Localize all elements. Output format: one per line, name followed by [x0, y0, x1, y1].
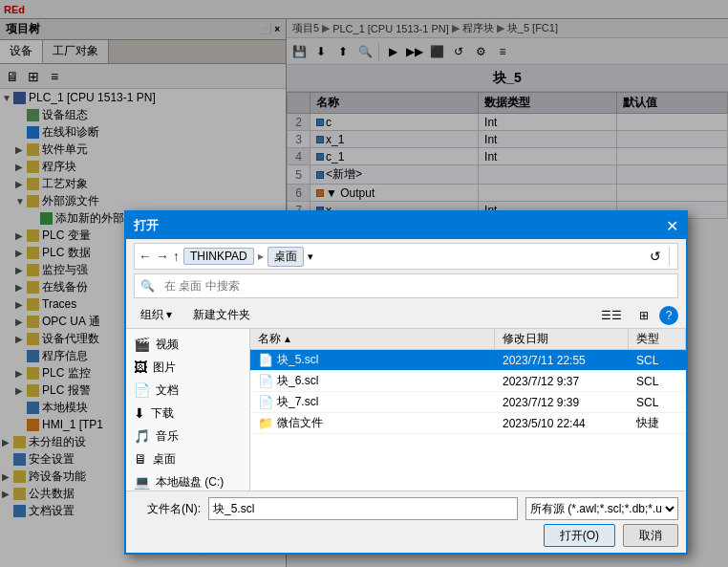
dialog-title: 打开 [134, 217, 159, 234]
file-list-body: 📄块_5.scl2023/7/11 22:55SCL📄块_6.scl2023/7… [250, 350, 686, 434]
col-filedate-header[interactable]: 修改日期 [495, 329, 629, 349]
search-input[interactable] [161, 279, 677, 293]
open-file-dialog: 打开 ✕ ← → ↑ THINKPAD ▸ 桌面 ▾ ↺ 🔍 组织 ▾ 新建文件… [124, 210, 688, 555]
folder-icon: 📁 [258, 416, 273, 430]
filename-input[interactable] [208, 497, 518, 520]
file-list-header: 名称 ▲ 修改日期 类型 [250, 329, 686, 350]
sidebar-item-视频[interactable]: 🎬视频 [126, 333, 249, 356]
filename-label: 文件名(N): [134, 501, 201, 517]
图片-icon: 🖼 [134, 360, 147, 375]
下载-icon: ⬇ [134, 405, 145, 421]
sidebar-item-下载[interactable]: ⬇下载 [126, 402, 249, 425]
file-date: 2023/5/10 22:44 [495, 417, 629, 430]
file-name: 块_5.scl [277, 352, 318, 368]
view-icon-btn[interactable]: ⊞ [632, 306, 655, 325]
桌面-icon: 🖥 [134, 451, 147, 467]
sidebar-item-图片[interactable]: 🖼图片 [126, 356, 249, 379]
sidebar-item-label: 音乐 [156, 428, 179, 445]
sidebar-item-本地磁盘 (C:)[interactable]: 💻本地磁盘 (C:) [126, 470, 249, 491]
sidebar-item-label: 文档 [156, 382, 179, 399]
file-name: 块_7.scl [277, 394, 318, 410]
file-name: 微信文件 [277, 415, 323, 431]
nav-forward-button[interactable]: → [156, 249, 169, 264]
file-type: SCL [629, 375, 686, 388]
视频-icon: 🎬 [134, 337, 150, 352]
col-filename-header[interactable]: 名称 ▲ [250, 329, 495, 349]
new-folder-button[interactable]: 新建文件夹 [186, 304, 257, 326]
dialog-content: 🎬视频🖼图片📄文档⬇下载🎵音乐🖥桌面💻本地磁盘 (C:) 名称 ▲ 修改日期 类… [126, 329, 686, 491]
addr-thinkpad[interactable]: THINKPAD [183, 248, 254, 265]
view-list-btn[interactable]: ☰☰ [594, 306, 629, 325]
open-button[interactable]: 打开(O) [544, 524, 615, 547]
dialog-search-bar[interactable]: 🔍 [134, 273, 678, 298]
sidebar-item-label: 本地磁盘 (C:) [156, 474, 224, 491]
dialog-title-bar: 打开 ✕ [126, 212, 686, 239]
addr-dropdown-btn[interactable]: ▾ [308, 251, 313, 263]
file-date: 2023/7/12 9:39 [495, 396, 629, 409]
addr-desktop[interactable]: 桌面 [268, 247, 304, 267]
file-name: 块_6.scl [277, 373, 318, 389]
sidebar-item-文档[interactable]: 📄文档 [126, 379, 249, 402]
file-row[interactable]: 📄块_6.scl2023/7/12 9:37SCL [250, 371, 686, 392]
音乐-icon: 🎵 [134, 428, 150, 444]
file-date: 2023/7/11 22:55 [495, 354, 629, 367]
sidebar-item-音乐[interactable]: 🎵音乐 [126, 425, 249, 447]
dialog-file-toolbar: 组织 ▾ 新建文件夹 ☰☰ ⊞ ? [126, 302, 686, 329]
sidebar-item-label: 图片 [153, 360, 176, 376]
search-label: 🔍 [135, 279, 161, 293]
file-date: 2023/7/12 9:37 [495, 375, 629, 388]
filetype-dropdown[interactable]: 所有源 (*.awl;*.scl;*.db;*.udt) [525, 497, 678, 520]
dialog-buttons: 打开(O) 取消 [134, 524, 678, 547]
dialog-file-area: 名称 ▲ 修改日期 类型 📄块_5.scl2023/7/11 22:55SCL📄… [250, 329, 686, 491]
文档-icon: 📄 [134, 382, 150, 398]
scl-icon: 📄 [258, 395, 273, 409]
file-row[interactable]: 📁微信文件2023/5/10 22:44快捷 [250, 413, 686, 434]
nav-up-button[interactable]: ↑ [173, 249, 180, 264]
file-row[interactable]: 📄块_5.scl2023/7/11 22:55SCL [250, 350, 686, 371]
file-type: 快捷 [629, 415, 686, 431]
dialog-sidebar: 🎬视频🖼图片📄文档⬇下载🎵音乐🖥桌面💻本地磁盘 (C:) [126, 329, 250, 491]
本地磁盘 (C:)-icon: 💻 [134, 474, 150, 490]
nav-back-button[interactable]: ← [139, 249, 152, 264]
dialog-address-bar[interactable]: ← → ↑ THINKPAD ▸ 桌面 ▾ ↺ [134, 243, 678, 270]
sidebar-item-label: 视频 [156, 337, 179, 353]
cancel-button[interactable]: 取消 [623, 524, 678, 547]
file-row[interactable]: 📄块_7.scl2023/7/12 9:39SCL [250, 392, 686, 413]
help-button[interactable]: ? [659, 306, 678, 325]
organize-button[interactable]: 组织 ▾ [134, 304, 179, 326]
sidebar-item-桌面[interactable]: 🖥桌面 [126, 447, 249, 470]
filename-row: 文件名(N): 所有源 (*.awl;*.scl;*.db;*.udt) [134, 497, 678, 520]
col-filetype-header[interactable]: 类型 [629, 329, 686, 349]
address-path: THINKPAD ▸ 桌面 ▾ [183, 247, 313, 267]
addr-refresh-button[interactable]: ↺ [650, 249, 661, 264]
dialog-close-button[interactable]: ✕ [666, 217, 678, 235]
sidebar-item-label: 下载 [151, 405, 174, 422]
scl-icon: 📄 [258, 353, 273, 367]
sidebar-item-label: 桌面 [153, 451, 176, 468]
file-type: SCL [629, 354, 686, 367]
dialog-bottom: 文件名(N): 所有源 (*.awl;*.scl;*.db;*.udt) 打开(… [126, 491, 686, 553]
scl-icon: 📄 [258, 374, 273, 388]
file-type: SCL [629, 396, 686, 409]
